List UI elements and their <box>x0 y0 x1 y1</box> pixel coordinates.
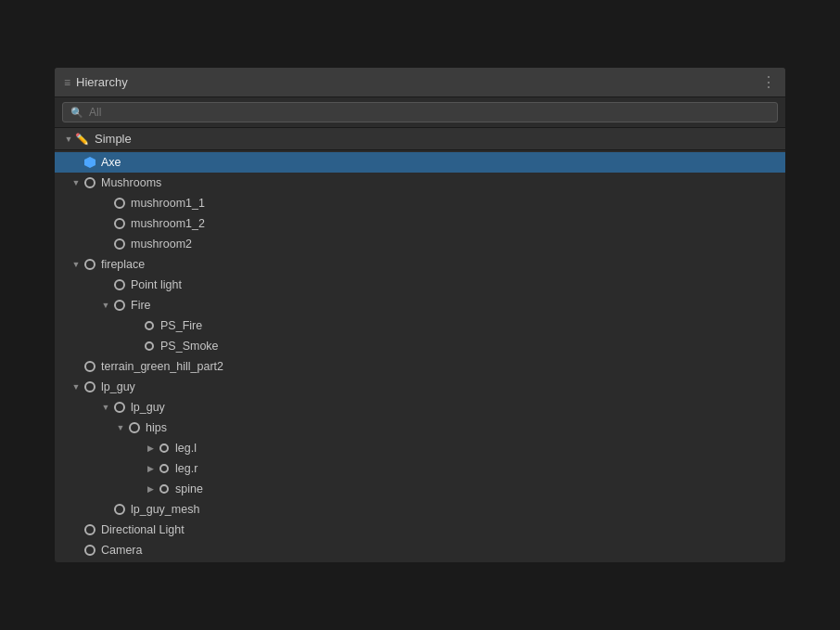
tree-item-axe[interactable]: Axe <box>55 152 785 173</box>
item-label: lp_guy <box>101 380 135 393</box>
tree-item-hips[interactable]: hips <box>55 418 785 438</box>
tree-item-ps_smoke[interactable]: PS_Smoke <box>55 336 785 356</box>
node-icon-square <box>157 461 172 476</box>
tree-arrow <box>99 403 112 412</box>
circle-icon <box>114 218 125 229</box>
item-label: leg.l <box>175 442 197 455</box>
circle-icon <box>84 381 95 392</box>
search-input[interactable] <box>89 106 770 119</box>
tree-item-fireplace[interactable]: fireplace <box>55 254 785 275</box>
panel-header-left: ≡ Hierarchy <box>64 75 128 89</box>
node-icon-circle <box>112 196 127 211</box>
panel-title: Hierarchy <box>76 75 128 89</box>
tree-arrow <box>144 444 157 453</box>
circle-icon <box>84 545 95 556</box>
tree-item-lp_guy_mesh[interactable]: lp_guy_mesh <box>55 499 785 520</box>
square-icon <box>159 464 169 473</box>
tree-arrow <box>70 178 83 187</box>
node-icon-circle <box>112 277 127 292</box>
circle-icon <box>114 279 125 290</box>
node-icon-circle <box>83 379 97 394</box>
item-label: mushroom1_1 <box>131 197 205 210</box>
node-icon-circle <box>83 522 97 537</box>
scene-root[interactable]: ✏️ Simple <box>55 128 785 150</box>
node-icon-circle <box>112 400 127 415</box>
node-icon-circle <box>83 359 97 374</box>
circle-icon <box>114 198 125 209</box>
circle-icon <box>114 402 125 413</box>
item-label: mushroom1_2 <box>131 217 205 230</box>
node-icon-square <box>142 318 157 333</box>
circle-icon <box>84 361 95 372</box>
tree-arrow <box>70 260 83 269</box>
tree-item-ps_fire[interactable]: PS_Fire <box>55 315 785 336</box>
tree-item-leg_r[interactable]: leg.r <box>55 458 785 479</box>
item-label: fireplace <box>101 258 145 271</box>
square-icon <box>159 484 169 494</box>
node-icon-circle <box>83 543 97 558</box>
square-icon <box>159 444 169 453</box>
tree-item-fire[interactable]: Fire <box>55 295 785 315</box>
item-label: Axe <box>101 156 121 169</box>
circle-icon <box>114 238 125 250</box>
node-icon-circle <box>112 502 127 517</box>
tree-item-directional_light[interactable]: Directional Light <box>55 520 785 540</box>
node-icon-square <box>157 482 172 496</box>
square-icon <box>145 341 154 351</box>
tree-arrow <box>144 484 157 494</box>
item-label: Fire <box>131 299 151 312</box>
node-icon-cube <box>83 155 97 170</box>
panel-header: ≡ Hierarchy ⋮ <box>55 68 785 97</box>
tree-item-terrain[interactable]: terrain_green_hill_part2 <box>55 356 785 377</box>
search-bar: 🔍 <box>55 97 785 128</box>
item-label: Mushrooms <box>101 176 161 189</box>
circle-icon <box>84 259 95 270</box>
tree-item-lp_guy_root[interactable]: lp_guy <box>55 377 785 397</box>
node-icon-circle <box>112 216 127 231</box>
hierarchy-icon: ≡ <box>64 76 70 89</box>
tree-item-spine[interactable]: spine <box>55 479 785 499</box>
item-label: terrain_green_hill_part2 <box>101 360 223 373</box>
item-label: Camera <box>101 544 142 557</box>
item-label: hips <box>146 421 167 434</box>
tree-item-point_light[interactable]: Point light <box>55 275 785 295</box>
hierarchy-panel: ≡ Hierarchy ⋮ 🔍 ✏️ Simple AxeMushrooms m… <box>54 67 786 563</box>
tree-item-mushrooms[interactable]: Mushrooms <box>55 173 785 193</box>
node-icon-circle <box>112 298 127 313</box>
tree-arrow <box>144 464 157 473</box>
menu-button[interactable]: ⋮ <box>761 73 776 91</box>
tree-item-camera[interactable]: Camera <box>55 540 785 560</box>
node-icon-square <box>142 339 157 354</box>
search-icon: 🔍 <box>70 107 83 119</box>
item-label: spine <box>175 482 203 495</box>
circle-icon <box>84 524 95 535</box>
item-label: PS_Fire <box>160 319 202 332</box>
scene-name: Simple <box>95 132 132 146</box>
scene-arrow <box>62 135 75 144</box>
item-label: PS_Smoke <box>160 340 219 353</box>
node-icon-circle <box>83 175 97 190</box>
circle-icon <box>84 177 95 188</box>
circle-icon <box>114 300 125 311</box>
item-label: lp_guy <box>131 401 165 414</box>
scene-edit-icon: ✏️ <box>75 133 89 146</box>
tree-item-mushroom2[interactable]: mushroom2 <box>55 234 785 254</box>
node-icon-circle <box>83 257 97 272</box>
tree-arrow <box>114 423 127 432</box>
search-wrapper[interactable]: 🔍 <box>62 102 778 122</box>
circle-icon <box>129 422 140 433</box>
item-label: leg.r <box>175 462 197 475</box>
item-label: mushroom2 <box>131 238 192 251</box>
node-icon-circle <box>112 237 127 251</box>
node-icon-square <box>157 441 172 456</box>
tree-item-leg_l[interactable]: leg.l <box>55 438 785 458</box>
cube-icon <box>84 157 95 168</box>
circle-icon <box>114 504 125 515</box>
tree-content: AxeMushrooms mushroom1_1 mushroom1_2 mus… <box>55 150 785 562</box>
tree-arrow <box>70 382 83 392</box>
tree-item-mushroom1_1[interactable]: mushroom1_1 <box>55 193 785 213</box>
tree-item-mushroom1_2[interactable]: mushroom1_2 <box>55 213 785 234</box>
tree-arrow <box>99 301 112 310</box>
node-icon-circle <box>127 420 142 435</box>
tree-item-lp_guy[interactable]: lp_guy <box>55 397 785 418</box>
